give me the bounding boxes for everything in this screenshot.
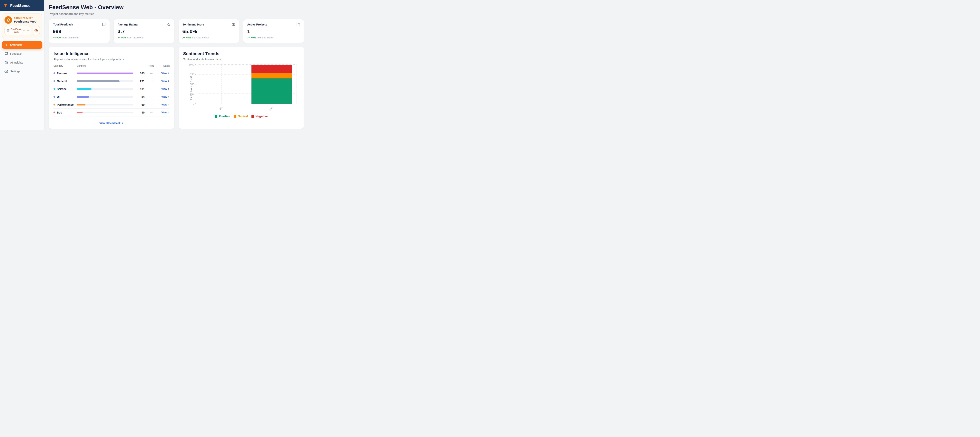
chevron-right-icon	[121, 122, 124, 124]
bar-segment-positive	[251, 78, 292, 104]
column-mentions: Mentions	[76, 64, 133, 67]
view-link[interactable]: View	[158, 80, 170, 83]
category-cell: Service	[54, 88, 74, 91]
legend-label: Negative	[256, 115, 268, 118]
sidebar-item-overview[interactable]: Overview	[2, 41, 42, 49]
category-cell: Bug	[54, 111, 74, 114]
panel-subtitle: Sentiment distribution over time	[183, 57, 299, 61]
mentions-count: 84	[136, 95, 145, 99]
category-cell: General	[54, 80, 74, 83]
stat-card-average-rating: Average Rating 3.7 +0% from last month	[114, 19, 175, 43]
mentions-bar-fill	[76, 112, 83, 113]
mentions-bar-track	[76, 88, 133, 90]
chevron-right-icon	[167, 88, 170, 90]
stat-value: 1	[247, 29, 300, 35]
panels-row: Issue Intelligence AI-powered analysis o…	[49, 47, 304, 129]
mentions-bar-track	[76, 104, 133, 105]
y-tick-label: 750	[190, 73, 194, 76]
view-link[interactable]: View	[158, 95, 170, 98]
delta-note: new this month	[257, 36, 274, 39]
chart-legend: PositiveNeutralNegative	[183, 115, 299, 118]
stat-delta: +0% from last month	[53, 36, 106, 39]
trending-up-icon	[53, 36, 56, 39]
y-tick-mark	[195, 94, 196, 94]
y-tick-label: 500	[190, 83, 194, 86]
sentiment-chart: Feedback Count 025050075010002/92/16	[183, 64, 299, 113]
sidebar-item-ai-insights[interactable]: AI Insights	[2, 59, 42, 66]
chart-plot: 025050075010002/92/16	[196, 65, 297, 104]
mentions-bar-fill	[76, 73, 133, 74]
trending-up-icon	[183, 36, 185, 39]
active-project-card: ACTIVE PROJECT FeedSense Web FeedSense W…	[2, 14, 42, 38]
project-selector-value: FeedSense Web	[11, 28, 22, 33]
sentiment-trends-panel: Sentiment Trends Sentiment distribution …	[178, 47, 304, 129]
mentions-bar-fill	[76, 96, 89, 97]
view-link[interactable]: View	[158, 103, 170, 106]
trending-up-icon	[118, 36, 120, 39]
panel-title: Issue Intelligence	[54, 51, 170, 56]
chevron-right-icon	[167, 104, 170, 106]
stat-value: 3.7	[118, 29, 170, 35]
y-tick-mark	[195, 74, 196, 75]
stat-label: Average Rating	[118, 23, 138, 26]
layers-icon	[6, 29, 10, 32]
category-dot	[54, 80, 55, 82]
text-cursor-caret	[53, 23, 53, 26]
sidebar: FeedSense ACTIVE PROJECT FeedSense Web F…	[0, 0, 45, 129]
trend-value: —	[147, 80, 156, 83]
column-category: Category	[54, 64, 74, 67]
category-label: Service	[57, 88, 67, 91]
stat-card-sentiment-score: Sentiment Score 65.0% +0% from last mont…	[178, 19, 239, 43]
main-content: FeedSense Web - Overview Project dashboa…	[45, 0, 307, 129]
bar-segment-negative	[251, 65, 292, 73]
sidebar-header: FeedSense	[0, 0, 44, 11]
chevron-right-icon	[167, 96, 170, 98]
y-tick-label: 250	[190, 93, 194, 95]
mentions-bar-track	[76, 96, 133, 97]
issue-row: Performance60—View	[54, 101, 170, 108]
active-project-label: ACTIVE PROJECT	[14, 17, 37, 19]
mentions-bar-fill	[76, 80, 119, 82]
category-dot	[54, 96, 55, 97]
view-all-feedback-link[interactable]: View all feedback	[99, 121, 124, 124]
chevron-down-icon	[27, 29, 29, 32]
stat-delta: +0% new this month	[247, 36, 300, 39]
check-icon	[23, 29, 26, 32]
legend-swatch	[251, 115, 254, 118]
view-link[interactable]: View	[158, 88, 170, 90]
chevron-right-icon	[167, 80, 170, 82]
chevron-right-icon	[167, 112, 170, 113]
bar-segment-neutral	[251, 73, 292, 78]
category-label: General	[57, 80, 67, 83]
trend-value: —	[147, 95, 156, 98]
category-dot	[54, 72, 55, 74]
sidebar-item-settings[interactable]: Settings	[2, 68, 42, 75]
category-label: Feature	[57, 72, 67, 75]
chevron-right-icon	[167, 72, 170, 74]
mentions-bar-track	[76, 112, 133, 113]
view-link[interactable]: View	[158, 111, 170, 114]
delta-value: +0%	[121, 36, 126, 39]
stat-card-total-feedback: Total Feedback 999 +0% from last month	[49, 19, 110, 43]
stat-card-active-projects: Active Projects 1 +0% new this month	[243, 19, 304, 43]
panel-title: Sentiment Trends	[183, 51, 299, 56]
issue-row: Service101—View	[54, 85, 170, 93]
active-project-name: FeedSense Web	[14, 20, 37, 23]
column-trend: Trend	[147, 64, 156, 67]
sidebar-item-feedback[interactable]: Feedback	[2, 50, 42, 57]
page-subtitle: Project dashboard and key metrics	[49, 12, 304, 16]
trend-value: —	[147, 88, 156, 90]
mentions-count: 101	[136, 88, 145, 91]
issue-row: UI84—View	[54, 93, 170, 101]
legend-swatch	[215, 115, 217, 118]
stat-label: Sentiment Score	[183, 23, 204, 26]
project-selector[interactable]: FeedSense Web	[5, 26, 31, 35]
gridline-vertical	[296, 65, 297, 104]
issue-row: General291—View	[54, 77, 170, 85]
view-link[interactable]: View	[158, 72, 170, 75]
project-settings-button[interactable]	[33, 26, 40, 35]
issue-row: Bug40—View	[54, 108, 170, 116]
sidebar-item-label: AI Insights	[10, 61, 23, 64]
x-tick-mark	[221, 104, 221, 105]
gear-icon	[5, 70, 8, 73]
